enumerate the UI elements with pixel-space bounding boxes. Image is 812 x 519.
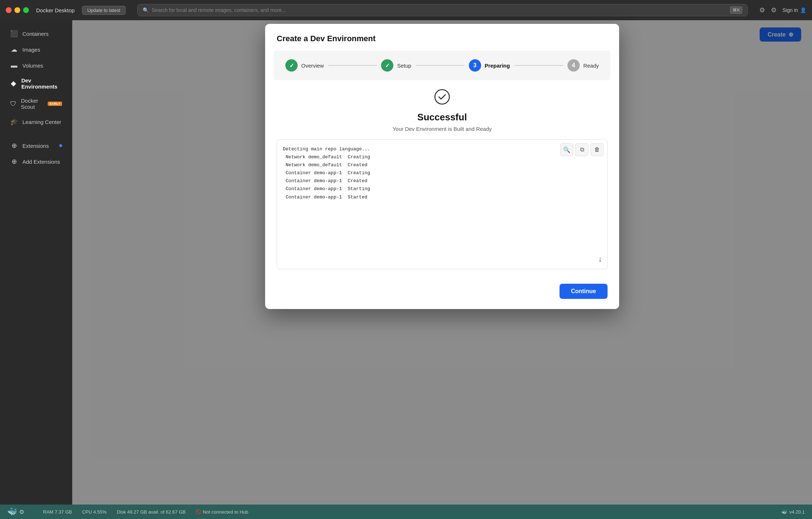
close-button[interactable] (6, 7, 12, 13)
statusbar-version: 🐳 v4.20.1 (781, 509, 805, 515)
success-subtitle: Your Dev Environment is Built and Ready (393, 126, 492, 132)
settings-icon[interactable]: ⚙ (771, 6, 777, 14)
success-checkmark-icon (434, 89, 450, 108)
scout-icon: 🛡 (10, 100, 17, 108)
sidebar-label-learning-center: Learning Center (22, 119, 61, 125)
svg-point-0 (435, 90, 449, 104)
update-button[interactable]: Update to latest (82, 6, 126, 15)
sidebar-label-dev-environments: Dev Environments (21, 77, 62, 90)
sidebar-item-extensions[interactable]: ⊕ Extensions (3, 138, 69, 153)
step-preparing: 3 Preparing (469, 59, 510, 72)
log-box: 🔍 ⧉ 🗑 Detecting main repo language... Ne… (277, 139, 608, 269)
notification-dot (59, 144, 62, 147)
step-circle-ready: 4 (567, 59, 580, 72)
sign-in-button[interactable]: Sign in 👤 (782, 7, 806, 13)
log-copy-icon: ⧉ (580, 146, 584, 153)
log-copy-button[interactable]: ⧉ (575, 143, 588, 156)
traffic-lights (6, 7, 29, 13)
version-icon: 🐳 (781, 509, 787, 515)
search-placeholder: Search for local and remote images, cont… (152, 7, 286, 13)
step-ready: 4 Ready (567, 59, 599, 72)
connector-2 (416, 65, 465, 66)
log-delete-button[interactable]: 🗑 (591, 143, 604, 156)
maximize-button[interactable] (23, 7, 29, 13)
content-area: Create ⊕ Create a Dev Environment ✓ Over… (72, 20, 812, 505)
devenv-icon: ◈ (10, 80, 17, 87)
user-icon: 👤 (800, 7, 806, 13)
step-circle-preparing: 3 (469, 59, 481, 72)
kbd-shortcut: ⌘K (730, 7, 742, 14)
no-hub-icon: 🚫 (196, 509, 202, 515)
stepper: ✓ Overview ✓ Setup 3 Preparing (274, 51, 610, 80)
sidebar-label-add-extensions: Add Extensions (22, 159, 60, 165)
statusbar-docker-icon: 🐳 ⚙ (7, 507, 24, 516)
whale-icon: 🐳 (7, 507, 17, 516)
minimize-button[interactable] (14, 7, 20, 13)
sign-in-label: Sign in (782, 7, 798, 13)
log-delete-icon: 🗑 (594, 146, 600, 153)
success-title: Successful (417, 112, 467, 123)
extensions-icon[interactable]: ⚙ (759, 6, 765, 14)
modal-footer: Continue (265, 278, 619, 309)
sidebar-label-volumes: Volumes (22, 63, 43, 69)
modal-overlay: Create a Dev Environment ✓ Overview ✓ Se… (72, 20, 812, 505)
log-content: Detecting main repo language... Network … (283, 145, 601, 201)
statusbar: 🐳 ⚙ RAM 7.37 GB CPU 4.55% Disk 49.27 GB … (0, 505, 812, 519)
search-bar[interactable]: 🔍 Search for local and remote images, co… (137, 4, 748, 16)
sidebar-label-containers: Containers (22, 31, 49, 37)
main-layout: ⬛ Containers ☁ Images ▬ Volumes ◈ Dev En… (0, 20, 812, 505)
step-label-setup: Setup (397, 63, 411, 69)
sidebar-item-volumes[interactable]: ▬ Volumes (3, 58, 69, 73)
log-toolbar: 🔍 ⧉ 🗑 (560, 143, 604, 156)
scroll-down-button[interactable]: ↓ (598, 254, 602, 264)
step-label-overview: Overview (301, 63, 324, 69)
step-setup: ✓ Setup (381, 59, 411, 72)
step-circle-overview: ✓ (285, 59, 298, 72)
sidebar-label-docker-scout: Docker Scout (21, 98, 43, 110)
sidebar: ⬛ Containers ☁ Images ▬ Volumes ◈ Dev En… (0, 20, 72, 505)
modal-title: Create a Dev Environment (277, 34, 608, 43)
early-badge: EARLY (48, 102, 62, 106)
extensions-sidebar-icon: ⊕ (10, 142, 18, 150)
step-overview: ✓ Overview (285, 59, 324, 72)
add-extensions-icon: ⊕ (10, 158, 18, 166)
app-title: Docker Desktop (36, 7, 75, 13)
connector-1 (328, 65, 377, 66)
sidebar-label-extensions: Extensions (22, 143, 49, 149)
containers-icon: ⬛ (10, 30, 18, 38)
statusbar-disk: Disk 49.27 GB avail. of 62.67 GB (117, 509, 186, 515)
step-label-ready: Ready (583, 63, 599, 69)
sidebar-item-add-extensions[interactable]: ⊕ Add Extensions (3, 154, 69, 169)
sidebar-item-images[interactable]: ☁ Images (3, 42, 69, 57)
images-icon: ☁ (10, 46, 18, 53)
sidebar-item-dev-environments[interactable]: ◈ Dev Environments (3, 74, 69, 93)
titlebar: Docker Desktop Update to latest 🔍 Search… (0, 0, 812, 20)
titlebar-right: ⚙ ⚙ Sign in 👤 (759, 6, 806, 14)
log-search-icon: 🔍 (563, 146, 570, 153)
step-label-preparing: Preparing (485, 63, 510, 69)
learning-icon: 🎓 (10, 118, 18, 126)
continue-button[interactable]: Continue (560, 284, 608, 299)
sidebar-label-images: Images (22, 47, 40, 53)
sidebar-item-containers[interactable]: ⬛ Containers (3, 26, 69, 41)
modal: Create a Dev Environment ✓ Overview ✓ Se… (265, 24, 619, 309)
settings-gear-icon[interactable]: ⚙ (19, 509, 24, 515)
connector-3 (514, 65, 563, 66)
statusbar-hub: 🚫 Not connected to Hub (196, 509, 248, 515)
sidebar-item-docker-scout[interactable]: 🛡 Docker Scout EARLY (3, 94, 69, 113)
search-icon: 🔍 (143, 7, 149, 13)
volumes-icon: ▬ (10, 61, 18, 69)
modal-body: Successful Your Dev Environment is Built… (265, 80, 619, 278)
step-circle-setup: ✓ (381, 59, 393, 72)
log-search-button[interactable]: 🔍 (560, 143, 573, 156)
statusbar-items: RAM 7.37 GB CPU 4.55% Disk 49.27 GB avai… (43, 509, 770, 515)
modal-header: Create a Dev Environment (265, 24, 619, 43)
statusbar-ram: RAM 7.37 GB (43, 509, 72, 515)
statusbar-cpu: CPU 4.55% (82, 509, 107, 515)
sidebar-item-learning-center[interactable]: 🎓 Learning Center (3, 114, 69, 129)
